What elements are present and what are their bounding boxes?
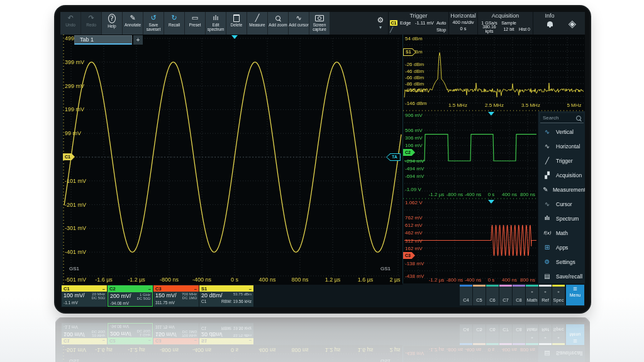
channel-button-spec[interactable]: +Spec [552,285,565,305]
toolbar-recall[interactable]: ↻Recall [164,12,184,35]
sidebar-item-spectrum[interactable]: ılıSpectrum [538,211,585,226]
x-axis-label: 800 ns [518,192,538,197]
channel-button-math[interactable]: +Math [526,285,538,305]
y-axis-label: -301 mV [65,226,86,231]
add-cursor-icon: ∿ [296,14,301,22]
chevron-down-icon: ▾ [379,25,382,30]
channel-badge-c1[interactable]: C1– 100 mV/ 20 MHzDC 50Ω -1.1 mV [62,285,107,307]
sidebar-item-trigger[interactable]: ╱Trigger [538,153,585,168]
channel-color-stripe [486,285,499,287]
toolbar-save-saveset[interactable]: ↺Save saveset [143,12,164,35]
info-panel[interactable]: Info [540,12,560,35]
channel-button-c4[interactable]: C4 [460,285,472,305]
trigger-position-marker[interactable] [488,200,494,204]
search-placeholder: Search [543,115,558,121]
toolbar-label: Recall [164,23,184,27]
y-axis-label: -146 dBm [405,101,427,106]
y-axis-label: 1.062 V [405,200,423,206]
channel-button-c7[interactable]: C7 [499,285,512,305]
toolbar: ↶Undo↷Redo?Help✎Annotate↺Save saveset↻Re… [60,12,585,35]
x-axis-label: -1.6 µs [94,277,114,283]
x-axis-label: 0 s [481,277,501,283]
toolbar-add-cursor[interactable]: ∿Add cursor [289,12,309,35]
minimize-icon[interactable]: – [103,286,105,292]
badge-scale: 150 mV/ [155,292,177,299]
oscilloscope-device: ↶Undo↷Redo?Help✎Annotate↺Save saveset↻Re… [55,6,590,312]
toolbar-settings-button[interactable]: ⚙ ▾ [373,12,389,35]
trigger-type: Edge [400,20,415,26]
add-tab-button[interactable]: + [133,35,143,45]
spectrum-badge-s1[interactable]: S1– 20 dBm/ 53.75 dBm C1RBW: 19.56 kHz [199,285,253,307]
toolbar-screen-capture[interactable]: Screen capture [309,12,330,35]
toolbar-delete[interactable]: Delete [226,12,247,35]
toolbar-measure[interactable]: ╱Measure [247,12,267,35]
y-axis-label: 54 dBm [405,36,423,41]
spectrum-icon: ılı [543,215,552,222]
channel-button-c6[interactable]: C6 [486,285,499,305]
x-axis-label: 800 ns [518,277,538,283]
x-axis-label: 0 s [481,192,501,197]
x-axis-label: 5 MHz [560,102,585,108]
sidebar-item-horizontal[interactable]: ∿Horizontal [538,139,585,153]
toolbar-redo[interactable]: ↷Redo [81,12,101,35]
sidebar-item-save-recall[interactable]: ▤Save/recall [538,269,585,283]
toolbar-label: Redo [81,23,101,27]
channel-marker-c3[interactable]: C3 [403,252,415,259]
sidebar-item-label: Cursor [556,201,572,207]
y-axis-label: 762 mV [405,215,423,221]
toolbar-add-zoom[interactable]: Add zoom [268,12,288,35]
sidebar-item-cursor[interactable]: ∿Cursor [538,197,585,211]
bottom-tick-ruler [403,198,538,199]
grid-set-label: GS1 [380,266,391,272]
badge-rbw: RBW: 19.56 kHz [221,299,252,304]
badge-name: S1 [201,286,207,292]
channel-badge-c2[interactable]: C2– 200 mV/ 1 GHzDC 50Ω -94.08 mV [108,285,153,307]
trigger-status-panel[interactable]: Trigger C1 Edge -1.11 mV Auto ╱ Stop [389,12,449,35]
sidebar-item-measurement[interactable]: ✎Measurement [538,182,585,197]
trigger-level: -1.11 mV [415,20,436,26]
minimize-icon[interactable]: – [194,286,197,292]
toolbar-annotate[interactable]: ✎Annotate [123,12,143,35]
channel-button-label: C7 [499,297,512,303]
channel-button-c5[interactable]: C5 [473,285,486,305]
channel-badge-c3[interactable]: C3– 150 mV/ 700 MHzDC 1MΩ 311.75 mV [153,285,199,307]
sidebar-item-math[interactable]: f(x)Math [538,226,585,240]
sidebar-menu: Search ∿Vertical∿Horizontal╱Trigger▞Acqu… [538,111,585,283]
sidebar-item-settings[interactable]: ⚙Settings [538,255,585,269]
toolbar-edit-spectrum[interactable]: ılıEdit spectrum [206,12,226,35]
minimize-icon[interactable]: – [148,286,151,292]
sidebar-item-acquisition[interactable]: ▞Acquisition [538,168,585,182]
y-axis-label: -294 mV [405,158,424,164]
y-axis-label: 199 mV [65,107,84,112]
y-axis-label: 612 mV [405,222,423,228]
search-input[interactable]: Search [540,113,584,123]
channel-color-stripe [539,285,552,287]
channel-button-ref[interactable]: +Ref [539,285,552,305]
page: ↶Undo↷Redo?Help✎Annotate↺Save saveset↻Re… [0,0,644,362]
y-axis-label: 462 mV [405,230,423,236]
trigger-title: Trigger [389,12,448,19]
channel-marker-c2[interactable]: C2 [403,149,415,156]
toolbar-preset[interactable]: ▭Preset [185,12,205,35]
toolbar-undo[interactable]: ↶Undo [60,12,80,35]
badge-offset: -94.08 mV [110,301,129,306]
channel-color-stripe [499,285,512,287]
save-recall-icon: ▤ [543,273,552,280]
channel-marker-c1[interactable]: C1 [63,153,75,160]
horizontal-status-panel[interactable]: Horizontal 400 ns/div 0 s [449,12,478,35]
channel-button-c8[interactable]: C8 [513,285,525,305]
y-axis-label: -201 mV [65,202,86,208]
sidebar-item-apps[interactable]: ⊞Apps [538,240,585,255]
y-axis-label: 299 mV [65,84,84,89]
preset-icon: ▭ [192,14,198,22]
toolbar-help[interactable]: ?Help [102,12,122,35]
menu-button[interactable]: ≡ Menu [566,285,584,305]
sidebar-item-vertical[interactable]: ∿Vertical [538,124,585,139]
y-axis-label: 99 mV [65,131,81,136]
trigger-position-marker[interactable] [488,112,494,116]
tab-1[interactable]: Tab 1 [74,35,132,45]
acquisition-status-panel[interactable]: Acquisition 1 GSa/s Sample 380.16 kpts 1… [478,12,533,35]
trigger-position-marker[interactable] [231,35,238,39]
minimize-icon[interactable]: – [249,286,252,292]
oscilloscope-screen: ↶Undo↷Redo?Help✎Annotate↺Save saveset↻Re… [60,12,585,307]
